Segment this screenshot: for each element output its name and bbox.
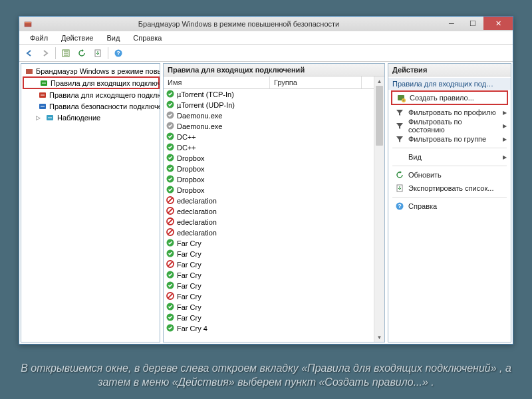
status-icon xyxy=(166,260,176,269)
list-row[interactable]: Far Cry xyxy=(164,281,374,291)
list-row[interactable]: DC++ xyxy=(164,142,374,153)
help-button[interactable]: ? xyxy=(111,46,126,61)
tree-item[interactable]: Правила для входящих подключений xyxy=(23,76,160,89)
column-spare xyxy=(362,76,374,88)
status-icon xyxy=(166,100,176,110)
action-label: Создать правило... xyxy=(410,94,474,102)
scrollbar[interactable]: ▲ ▼ xyxy=(374,76,384,342)
tree-item-label: Правила безопасности подключения xyxy=(49,102,160,110)
list-row[interactable]: Far Cry xyxy=(164,238,374,249)
action-icon xyxy=(395,184,404,193)
menu-view[interactable]: Вид xyxy=(101,33,125,43)
column-group[interactable]: Группа xyxy=(270,76,362,88)
rule-name: Far Cry xyxy=(177,239,201,247)
window-buttons: ─ ☐ ✕ xyxy=(441,17,513,31)
list-row[interactable]: DC++ xyxy=(164,132,374,142)
scroll-down-icon[interactable]: ▼ xyxy=(374,332,384,342)
tree[interactable]: Брандмауэр Windows в режиме повышенной П… xyxy=(21,64,160,342)
rule-name: Dropbox xyxy=(177,186,205,194)
list-row[interactable]: Far Cry xyxy=(164,259,374,270)
list-row[interactable]: Dropbox xyxy=(164,185,374,196)
maximize-button[interactable]: ☐ xyxy=(462,17,483,30)
list-row[interactable]: µTorrent (TCP-In) xyxy=(164,89,374,100)
status-icon xyxy=(166,292,176,301)
rule-name: edeclaration xyxy=(177,229,217,237)
tree-item[interactable]: ▷Наблюдение xyxy=(23,112,160,123)
rule-icon xyxy=(40,78,48,88)
rule-icon xyxy=(45,113,55,122)
caption-text: » . xyxy=(422,376,434,388)
forward-button[interactable] xyxy=(38,46,53,61)
caption-emph: Правила для входящих подключений xyxy=(307,362,491,374)
list-pane: Правила для входящих подключений Имя Гру… xyxy=(163,63,385,342)
scroll-thumb[interactable] xyxy=(376,86,383,146)
tree-root[interactable]: Брандмауэр Windows в режиме повышенной xyxy=(23,65,160,76)
scope-button[interactable] xyxy=(59,46,73,61)
list-row[interactable]: Daemonu.exe xyxy=(164,121,374,132)
action-label: Экспортировать список... xyxy=(408,184,493,192)
list-title: Правила для входящих подключений xyxy=(164,64,384,76)
status-icon xyxy=(166,249,176,259)
tree-item[interactable]: Правила безопасности подключения xyxy=(23,100,160,112)
rule-name: DC++ xyxy=(177,133,196,141)
action-item[interactable]: Фильтровать по состоянию▶ xyxy=(388,119,511,132)
caption-text: » выберем пункт « xyxy=(229,376,325,388)
tree-item[interactable]: Правила для исходящего подключени xyxy=(23,89,160,100)
scroll-up-icon[interactable]: ▲ xyxy=(374,76,384,86)
action-label: Вид xyxy=(408,153,422,161)
refresh-button[interactable] xyxy=(74,46,89,61)
list-row[interactable]: Dropbox xyxy=(164,174,374,185)
list-row[interactable]: edeclaration xyxy=(164,206,374,217)
list-body[interactable]: µTorrent (TCP-In)µTorrent (UDP-In)Daemon… xyxy=(164,89,374,342)
list-row[interactable]: Far Cry xyxy=(164,302,374,313)
action-label: Фильтровать по группе xyxy=(408,135,486,143)
list-row[interactable]: Daemonu.exe xyxy=(164,110,374,121)
list-row[interactable]: Far Cry xyxy=(164,270,374,281)
list-header: Имя Группа xyxy=(164,76,374,89)
menu-help[interactable]: Справка xyxy=(128,33,167,43)
action-icon: ? xyxy=(395,201,404,211)
action-item[interactable]: ?Справка xyxy=(388,200,511,213)
action-item[interactable]: Экспортировать список... xyxy=(388,182,511,195)
action-item[interactable]: Создать правило... xyxy=(391,90,508,105)
svg-rect-6 xyxy=(26,69,33,74)
action-separator xyxy=(392,166,507,166)
menu-file[interactable]: Файл xyxy=(25,33,53,43)
action-item[interactable]: Фильтровать по группе▶ xyxy=(388,132,511,146)
list-row[interactable]: edeclaration xyxy=(164,196,374,206)
action-item[interactable]: Вид▶ xyxy=(388,150,511,164)
action-item[interactable]: Фильтровать по профилю▶ xyxy=(388,106,511,119)
menu-action[interactable]: Действие xyxy=(56,33,98,43)
list-row[interactable]: Far Cry xyxy=(164,249,374,259)
rule-name: µTorrent (UDP-In) xyxy=(177,101,235,109)
action-separator xyxy=(392,148,507,148)
close-button[interactable]: ✕ xyxy=(483,17,513,30)
rule-name: edeclaration xyxy=(177,207,217,215)
minimize-button[interactable]: ─ xyxy=(441,17,462,30)
rule-name: Far Cry xyxy=(177,282,201,290)
list-row[interactable]: Far Cry xyxy=(164,313,374,323)
action-icon xyxy=(395,134,404,144)
action-label: Справка xyxy=(408,202,437,210)
toolbar-separator xyxy=(55,47,56,59)
back-button[interactable] xyxy=(22,46,37,61)
status-icon xyxy=(166,196,176,205)
rule-name: Far Cry xyxy=(177,293,201,301)
toolbar-separator xyxy=(108,47,108,59)
column-name[interactable]: Имя xyxy=(164,76,270,88)
list-row[interactable]: Dropbox xyxy=(164,153,374,164)
status-icon xyxy=(166,281,176,291)
status-icon xyxy=(166,122,176,131)
list-row[interactable]: edeclaration xyxy=(164,217,374,227)
submenu-arrow-icon: ▶ xyxy=(503,110,507,116)
export-button[interactable] xyxy=(90,46,105,61)
expander-icon[interactable]: ▷ xyxy=(36,114,43,121)
list-row[interactable]: Dropbox xyxy=(164,164,374,174)
status-icon xyxy=(166,228,176,237)
list-row[interactable]: µTorrent (UDP-In) xyxy=(164,100,374,110)
list-row[interactable]: Far Cry 4 xyxy=(164,323,374,334)
list-row[interactable]: edeclaration xyxy=(164,227,374,238)
rule-name: Daemonu.exe xyxy=(177,122,223,130)
action-item[interactable]: Обновить xyxy=(388,168,511,182)
list-row[interactable]: Far Cry xyxy=(164,291,374,302)
